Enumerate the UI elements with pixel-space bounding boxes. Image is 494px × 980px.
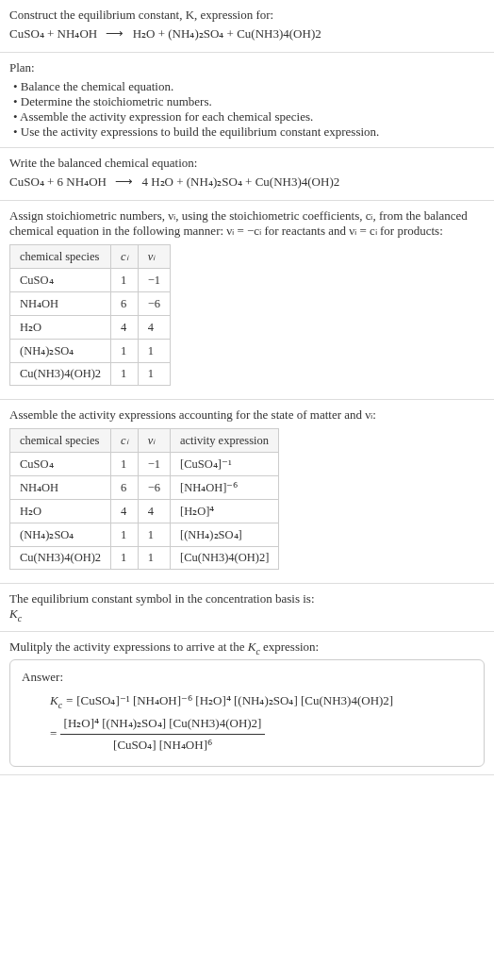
multiply-section: Mulitply the activity expressions to arr…: [0, 632, 494, 775]
stoich-section: Assign stoichiometric numbers, νᵢ, using…: [0, 201, 494, 400]
col-ci: cᵢ: [111, 429, 139, 453]
fraction-denominator: [CuSO₄] [NH₄OH]⁶: [60, 735, 266, 756]
activity-table: chemical species cᵢ νᵢ activity expressi…: [9, 428, 279, 570]
cell-species: CuSO₄: [10, 453, 111, 476]
cell-nui: 1: [138, 547, 170, 570]
fraction-numerator: [H₂O]⁴ [(NH₄)₂SO₄] [Cu(NH3)4(OH)2]: [60, 713, 266, 735]
col-activity: activity expression: [170, 429, 278, 453]
cell-nui: −6: [138, 476, 170, 500]
kc-symbol: Kc: [9, 606, 485, 623]
cell-nui: 4: [138, 316, 170, 340]
answer-line2: = [H₂O]⁴ [(NH₄)₂SO₄] [Cu(NH3)4(OH)2] [Cu…: [50, 713, 472, 756]
cell-activity: [(NH₄)₂SO₄]: [170, 523, 278, 547]
multiply-text: Mulitply the activity expressions to arr…: [9, 639, 485, 656]
cell-species: H₂O: [10, 500, 111, 523]
answer-equation: Kc = [CuSO₄]⁻¹ [NH₄OH]⁻⁶ [H₂O]⁴ [(NH₄)₂S…: [50, 690, 472, 756]
balanced-rhs: 4 H₂O + (NH₄)₂SO₄ + Cu(NH3)4(OH)2: [141, 174, 339, 189]
table-row: CuSO₄ 1 −1 [CuSO₄]⁻¹: [10, 453, 279, 476]
cell-ci: 4: [111, 316, 139, 340]
plan-bullet-3: • Assemble the activity expression for e…: [13, 109, 485, 125]
cell-nui: 1: [138, 363, 170, 386]
cell-species: (NH₄)₂SO₄: [10, 523, 111, 547]
cell-species: NH₄OH: [10, 476, 111, 500]
col-nui: νᵢ: [138, 245, 170, 269]
cell-ci: 1: [111, 523, 139, 547]
table-row: NH₄OH 6 −6: [10, 292, 171, 316]
cell-nui: −6: [138, 292, 170, 316]
cell-ci: 6: [111, 476, 139, 500]
col-ci: cᵢ: [111, 245, 139, 269]
cell-activity: [CuSO₄]⁻¹: [170, 453, 278, 476]
cell-ci: 4: [111, 500, 139, 523]
cell-ci: 1: [111, 453, 139, 476]
answer-box: Answer: Kc = [CuSO₄]⁻¹ [NH₄OH]⁻⁶ [H₂O]⁴ …: [9, 659, 485, 766]
cell-ci: 1: [111, 547, 139, 570]
balanced-heading: Write the balanced chemical equation:: [9, 156, 485, 171]
balanced-section: Write the balanced chemical equation: Cu…: [0, 148, 494, 201]
arrow-icon: ⟶: [106, 26, 124, 42]
cell-ci: 1: [111, 363, 139, 386]
cell-activity: [Cu(NH3)4(OH)2]: [170, 547, 278, 570]
equals-sign: =: [50, 726, 57, 740]
col-species: chemical species: [10, 245, 111, 269]
answer-line1: Kc = [CuSO₄]⁻¹ [NH₄OH]⁻⁶ [H₂O]⁴ [(NH₄)₂S…: [50, 690, 472, 713]
table-row: NH₄OH 6 −6 [NH₄OH]⁻⁶: [10, 476, 279, 500]
plan-bullet-2: • Determine the stoichiometric numbers.: [13, 94, 485, 109]
cell-species: CuSO₄: [10, 269, 111, 292]
col-nui: νᵢ: [138, 429, 170, 453]
table-row: CuSO₄ 1 −1: [10, 269, 171, 292]
activity-section: Assemble the activity expressions accoun…: [0, 400, 494, 584]
cell-activity: [NH₄OH]⁻⁶: [170, 476, 278, 500]
table-row: Cu(NH3)4(OH)2 1 1 [Cu(NH3)4(OH)2]: [10, 547, 279, 570]
table-header-row: chemical species cᵢ νᵢ activity expressi…: [10, 429, 279, 453]
kc-eq: Kc =: [50, 693, 76, 707]
col-species: chemical species: [10, 429, 111, 453]
stoich-table: chemical species cᵢ νᵢ CuSO₄ 1 −1 NH₄OH …: [9, 244, 171, 386]
plan-bullet-4: • Use the activity expressions to build …: [13, 125, 485, 140]
cell-species: H₂O: [10, 316, 111, 340]
stoich-text: Assign stoichiometric numbers, νᵢ, using…: [9, 208, 485, 239]
table-row: (NH₄)₂SO₄ 1 1: [10, 340, 171, 363]
cell-species: NH₄OH: [10, 292, 111, 316]
answer-label: Answer:: [22, 670, 472, 685]
fraction: [H₂O]⁴ [(NH₄)₂SO₄] [Cu(NH3)4(OH)2] [CuSO…: [60, 713, 266, 756]
intro-eq-rhs: H₂O + (NH₄)₂SO₄ + Cu(NH3)4(OH)2: [133, 26, 321, 41]
table-row: H₂O 4 4 [H₂O]⁴: [10, 500, 279, 523]
cell-ci: 1: [111, 269, 139, 292]
answer-line1-rhs: [CuSO₄]⁻¹ [NH₄OH]⁻⁶ [H₂O]⁴ [(NH₄)₂SO₄] […: [76, 693, 393, 707]
cell-ci: 6: [111, 292, 139, 316]
intro-eq-lhs: CuSO₄ + NH₄OH: [9, 26, 97, 41]
cell-species: Cu(NH3)4(OH)2: [10, 363, 111, 386]
arrow-icon: ⟶: [115, 174, 133, 190]
cell-nui: −1: [138, 269, 170, 292]
cell-species: (NH₄)₂SO₄: [10, 340, 111, 363]
table-row: (NH₄)₂SO₄ 1 1 [(NH₄)₂SO₄]: [10, 523, 279, 547]
cell-ci: 1: [111, 340, 139, 363]
symbol-section: The equilibrium constant symbol in the c…: [0, 584, 494, 632]
cell-activity: [H₂O]⁴: [170, 500, 278, 523]
symbol-text: The equilibrium constant symbol in the c…: [9, 591, 485, 606]
cell-species: Cu(NH3)4(OH)2: [10, 547, 111, 570]
plan-section: Plan: • Balance the chemical equation. •…: [0, 53, 494, 148]
table-row: H₂O 4 4: [10, 316, 171, 340]
plan-heading: Plan:: [9, 60, 485, 75]
cell-nui: 1: [138, 340, 170, 363]
cell-nui: 4: [138, 500, 170, 523]
table-header-row: chemical species cᵢ νᵢ: [10, 245, 171, 269]
balanced-equation: CuSO₄ + 6 NH₄OH ⟶ 4 H₂O + (NH₄)₂SO₄ + Cu…: [9, 174, 485, 190]
balanced-lhs: CuSO₄ + 6 NH₄OH: [9, 174, 107, 189]
intro-section: Construct the equilibrium constant, K, e…: [0, 0, 494, 53]
intro-equation: CuSO₄ + NH₄OH ⟶ H₂O + (NH₄)₂SO₄ + Cu(NH3…: [9, 26, 485, 42]
plan-bullet-1: • Balance the chemical equation.: [13, 79, 485, 94]
table-row: Cu(NH3)4(OH)2 1 1: [10, 363, 171, 386]
intro-text: Construct the equilibrium constant, K, e…: [9, 8, 273, 22]
cell-nui: 1: [138, 523, 170, 547]
intro-heading: Construct the equilibrium constant, K, e…: [9, 8, 485, 23]
cell-nui: −1: [138, 453, 170, 476]
activity-text: Assemble the activity expressions accoun…: [9, 407, 485, 423]
